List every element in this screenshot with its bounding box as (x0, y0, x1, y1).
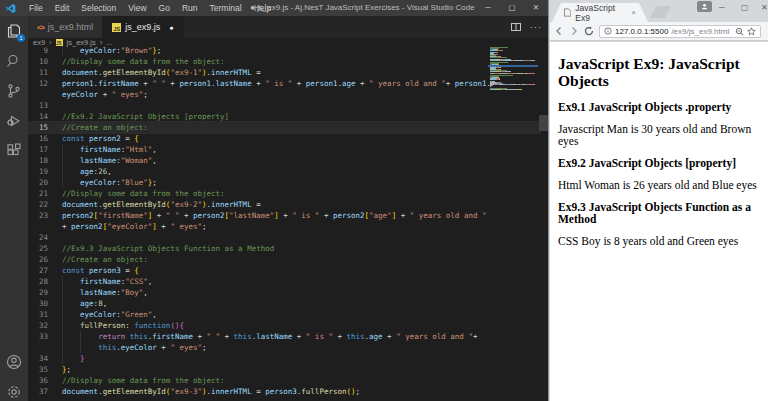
bookmark-star-icon[interactable] (747, 27, 756, 36)
code-line-22[interactable]: 22document.getElementById("ex9-2").inner… (28, 199, 540, 210)
code-line-19[interactable]: 19 age:26, (28, 166, 540, 177)
code-line-30[interactable]: 30 age:8, (28, 298, 540, 309)
account-icon[interactable] (6, 354, 22, 370)
line-number: 25 (28, 243, 48, 254)
code-line-15[interactable]: 15//Create an object: (28, 122, 540, 133)
browser-close-button[interactable]: ✕ (761, 2, 768, 13)
browser-tab-title: JavaScript Ex9 (575, 3, 627, 23)
vscode-close-button[interactable]: ✕ (524, 0, 548, 16)
code-text: firstName:"CSS", (62, 276, 152, 287)
search-icon[interactable] (6, 53, 22, 69)
zoom-icon[interactable] (735, 27, 744, 36)
code-line-9[interactable]: 9 eyeColor:"Brown"}; (28, 45, 540, 56)
line-number: 14 (28, 111, 48, 122)
code-line-11[interactable]: 11document.getElementById("ex9-1").inner… (28, 67, 540, 78)
menu-view[interactable]: View (122, 3, 152, 13)
minimap-current-line-marker (488, 65, 538, 67)
code-line-12[interactable]: 12person1.firstName + " " + person1.last… (28, 78, 540, 89)
code-line-25[interactable]: 25//Ex9.3 JavaScript Objects Function as… (28, 243, 540, 254)
code-line-37[interactable]: 37document.getElementById("ex9-3").inner… (28, 386, 540, 397)
code-text: document.getElementById("ex9-1").innerHT… (62, 67, 261, 78)
new-tab-button[interactable] (650, 6, 671, 18)
code-line-17[interactable]: 17 firstName:"Html", (28, 144, 540, 155)
line-number: 29 (28, 287, 48, 298)
code-line-14[interactable]: 14//Ex9.2 JavaScript Objects [property] (28, 111, 540, 122)
code-line-36[interactable]: 36//Display some data from the object: (28, 375, 540, 386)
browser-maximize-button[interactable]: ▢ (741, 2, 749, 13)
line-number: 12 (28, 78, 48, 89)
code-line-33[interactable]: 33 return this.firstName + " " + this.la… (28, 331, 540, 342)
editor-scrollbar[interactable] (539, 115, 548, 131)
code-text: eyeColor:"Brown"}; (62, 45, 161, 56)
code-line-26[interactable]: 26//Create an object: (28, 254, 540, 265)
line-number: 36 (28, 375, 48, 386)
code-line-29[interactable]: 29 lastName:"Boy", (28, 287, 540, 298)
run-debug-icon[interactable] (6, 113, 22, 129)
browser-tab[interactable]: JavaScript Ex9 × (552, 3, 648, 22)
explorer-icon[interactable]: 1 (6, 23, 22, 39)
code-line-24[interactable]: 24 (28, 232, 540, 243)
editor-tab-js_ex9.html[interactable]: <>js_ex9.html (28, 16, 103, 38)
js-file-icon: JS (112, 23, 121, 32)
menubar: FileEditSelectionViewGoRunTerminalHelp (23, 3, 277, 13)
vscode-logo-icon (5, 3, 16, 14)
line-number: 16 (28, 133, 48, 144)
vscode-maximize-button[interactable]: ▢ (500, 0, 524, 16)
line-number (28, 89, 48, 100)
code-line-21[interactable]: 21//Display some data from the object: (28, 188, 540, 199)
code-line-28[interactable]: 28 firstName:"CSS", (28, 276, 540, 287)
code-text: fullPerson: function(){ (62, 320, 184, 331)
code-line-35[interactable]: 35}; (28, 364, 540, 375)
split-editor-icon[interactable] (511, 22, 521, 32)
modified-dot-icon[interactable]: ● (169, 24, 173, 31)
code-line-31[interactable]: 31 eyeColor:"Green", (28, 309, 540, 320)
info-icon[interactable] (604, 27, 612, 35)
forward-icon[interactable] (569, 26, 579, 36)
line-number: 22 (28, 199, 48, 210)
menu-run[interactable]: Run (176, 3, 204, 13)
url-host: 127.0.0.1:5500 (615, 27, 668, 36)
vscode-window: FileEditSelectionViewGoRunTerminalHelp ●… (0, 0, 548, 401)
browser-window: JavaScript Ex9 × ─ ▢ ✕ 127.0.0.1:55 (548, 0, 768, 401)
code-text: //Display some data from the object: (62, 56, 225, 67)
line-number: 17 (28, 144, 48, 155)
more-actions-icon[interactable]: ··· (530, 22, 542, 32)
section-text: Html Woman is 26 years old and Blue eyes (558, 179, 760, 191)
settings-gear-icon[interactable] (6, 384, 22, 400)
menu-go[interactable]: Go (153, 3, 176, 13)
menu-file[interactable]: File (23, 3, 49, 13)
menu-edit[interactable]: Edit (49, 3, 76, 13)
code-line-34[interactable]: 34 } (28, 353, 540, 364)
reload-icon[interactable] (584, 26, 594, 36)
code-line-23[interactable]: 23person2["firstName"] + " " + person2["… (28, 210, 540, 221)
menu-terminal[interactable]: Terminal (204, 3, 248, 13)
code-line-32[interactable]: 32 fullPerson: function(){ (28, 320, 540, 331)
code-line-10[interactable]: 10//Display some data from the object: (28, 56, 540, 67)
source-control-icon[interactable] (6, 83, 22, 99)
vscode-minimize-button[interactable]: ─ (476, 0, 500, 16)
code-line-18[interactable]: 18 lastName:"Woman", (28, 155, 540, 166)
line-number: 28 (28, 276, 48, 287)
profile-icon[interactable] (697, 1, 712, 12)
back-icon[interactable] (554, 26, 564, 36)
html-file-icon: <> (37, 23, 44, 32)
code-text: } (62, 353, 85, 364)
extensions-icon[interactable] (6, 143, 22, 159)
menu-selection[interactable]: Selection (75, 3, 122, 13)
code-editor[interactable]: 9 eyeColor:"Brown"};10//Display some dat… (28, 45, 540, 397)
code-text: eyeColor:"Green", (62, 309, 157, 320)
browser-minimize-button[interactable]: ─ (719, 2, 725, 13)
address-bar[interactable]: 127.0.0.1:5500/ex9/js_ex9.html (599, 25, 761, 38)
code-line-wrap[interactable]: eyeColor + " eyes"; (28, 89, 540, 100)
code-line-27[interactable]: 27const person3 = { (28, 265, 540, 276)
code-line-wrap[interactable]: this.eyeColor + " eyes"; (28, 342, 540, 353)
code-line-13[interactable]: 13 (28, 100, 540, 111)
tab-close-icon[interactable]: × (631, 8, 636, 17)
tab-label: js_ex9.html (48, 22, 94, 32)
code-line-16[interactable]: 16const person2 = { (28, 133, 540, 144)
editor-tab-js_ex9.js[interactable]: JSjs_ex9.js● (103, 16, 183, 38)
code-line-20[interactable]: 20 eyeColor:"Blue"}; (28, 177, 540, 188)
code-line-wrap[interactable]: + person2["eyeColor"] + " eyes"; (28, 221, 540, 232)
vscode-titlebar: FileEditSelectionViewGoRunTerminalHelp ●… (0, 0, 548, 16)
page-title: JavaScript Ex9: JavaScript Objects (558, 56, 760, 89)
